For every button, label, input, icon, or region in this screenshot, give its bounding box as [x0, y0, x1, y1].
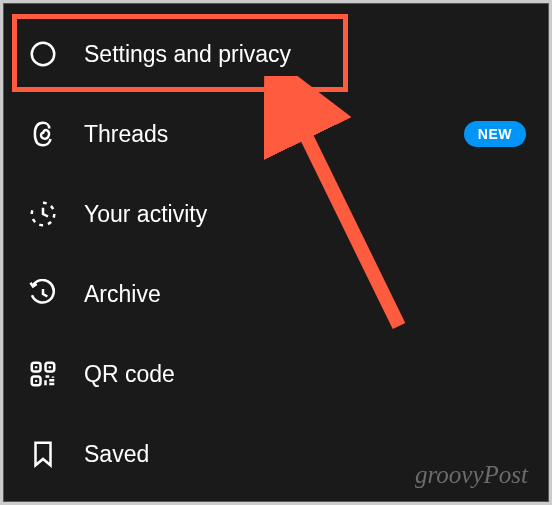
menu-item-your-activity[interactable]: Your activity — [4, 174, 548, 254]
menu-item-label: Settings and privacy — [84, 41, 526, 68]
activity-icon — [26, 197, 60, 231]
menu-item-label: Saved — [84, 441, 526, 468]
threads-icon — [26, 117, 60, 151]
menu-item-label: Threads — [84, 121, 464, 148]
svg-point-7 — [49, 366, 52, 369]
svg-point-6 — [35, 366, 38, 369]
menu-panel: Settings and privacy Threads NEW Your ac… — [3, 3, 549, 502]
svg-point-8 — [35, 380, 38, 383]
menu-item-label: Archive — [84, 281, 526, 308]
qr-icon — [26, 357, 60, 391]
menu-item-saved[interactable]: Saved — [4, 414, 548, 494]
bookmark-icon — [26, 437, 60, 471]
menu-item-settings-privacy[interactable]: Settings and privacy — [4, 14, 548, 94]
new-badge: NEW — [464, 121, 526, 147]
gear-icon — [26, 37, 60, 71]
menu-item-qr-code[interactable]: QR code — [4, 334, 548, 414]
menu-item-label: Your activity — [84, 201, 526, 228]
archive-icon — [26, 277, 60, 311]
menu-item-archive[interactable]: Archive — [4, 254, 548, 334]
menu-item-threads[interactable]: Threads NEW — [4, 94, 548, 174]
menu-list: Settings and privacy Threads NEW Your ac… — [4, 4, 548, 494]
menu-item-label: QR code — [84, 361, 526, 388]
svg-point-2 — [32, 43, 55, 66]
